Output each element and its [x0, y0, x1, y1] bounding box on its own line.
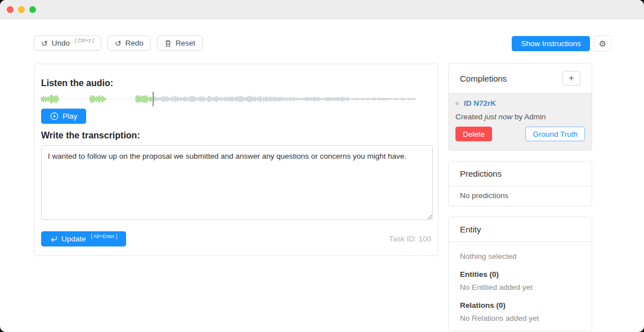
- completion-actions: Delete Ground Truth: [455, 127, 585, 141]
- predictions-header: Predictions: [449, 161, 592, 186]
- audio-heading: Listen the audio:: [41, 78, 431, 88]
- undo-label: Undo: [52, 39, 70, 47]
- toolbar-history-group: ↺ Undo[ Ctrl+z ] ↺ Redo Reset: [34, 35, 203, 51]
- waveform-bars: [41, 92, 416, 106]
- task-id-value: 100: [418, 235, 431, 243]
- audio-waveform[interactable]: [41, 92, 416, 106]
- play-button[interactable]: Play: [41, 109, 86, 124]
- predictions-title: Predictions: [460, 169, 502, 178]
- play-label: Play: [62, 113, 77, 120]
- undo-icon: ↺: [41, 39, 48, 47]
- play-circle-icon: [50, 112, 59, 120]
- redo-label: Redo: [126, 39, 144, 47]
- app-window: ↺ Undo[ Ctrl+z ] ↺ Redo Reset Show Instr…: [0, 0, 644, 332]
- update-button[interactable]: Update[ Alt+Enter ]: [41, 231, 126, 246]
- zoom-window-button[interactable]: [29, 6, 36, 13]
- reset-button[interactable]: Reset: [157, 35, 203, 51]
- update-label: Update: [61, 235, 86, 243]
- toolbar-settings-group: Show Instructions ⚙: [512, 35, 611, 52]
- entity-nothing-selected: Nothing selected: [460, 252, 580, 261]
- task-id: Task ID: 100: [389, 235, 431, 243]
- completions-title: Completions: [460, 74, 507, 83]
- toolbar: ↺ Undo[ Ctrl+z ] ↺ Redo Reset Show Instr…: [34, 35, 611, 52]
- entity-header: Entity: [449, 217, 592, 242]
- update-hotkey: [ Alt+Enter ]: [91, 234, 118, 239]
- trash-icon: [164, 39, 172, 47]
- transcription-textarea[interactable]: I wanted to follow up on the proposal we…: [41, 145, 433, 220]
- completions-header: Completions +: [449, 64, 592, 93]
- predictions-body: No predictions: [449, 186, 592, 206]
- entities-count-heading: Entities (0): [460, 270, 580, 279]
- sidebar: Completions + ID N72rK Created just now …: [448, 63, 592, 332]
- redo-button[interactable]: ↺ Redo: [108, 35, 151, 51]
- enter-arrow-icon: [50, 235, 57, 243]
- delete-completion-button[interactable]: Delete: [455, 127, 492, 141]
- show-instructions-label: Show Instructions: [521, 40, 581, 48]
- reset-label: Reset: [176, 39, 195, 47]
- completions-panel: Completions + ID N72rK Created just now …: [448, 63, 592, 151]
- titlebar: [0, 0, 644, 19]
- gear-icon: ⚙: [599, 39, 606, 49]
- minimize-window-button[interactable]: [18, 6, 25, 13]
- close-window-button[interactable]: [7, 6, 14, 13]
- entity-body: Nothing selected Entities (0) No Entitie…: [449, 242, 592, 331]
- entity-panel: Entity Nothing selected Entities (0) No …: [448, 217, 592, 331]
- completion-id-row: ID N72rK: [455, 99, 585, 107]
- redo-icon: ↺: [115, 39, 122, 47]
- predictions-panel: Predictions No predictions: [448, 161, 592, 207]
- task-card: Listen the audio: Play Write the transcr…: [34, 64, 439, 256]
- completion-id-link[interactable]: ID N72rK: [464, 99, 496, 107]
- task-id-label: Task ID:: [389, 235, 417, 243]
- completion-created-text: Created just now by Admin: [455, 113, 585, 121]
- show-instructions-button[interactable]: Show Instructions: [512, 36, 590, 51]
- transcription-heading: Write the transcription:: [41, 131, 431, 141]
- entities-empty-text: No Entitied added yet: [460, 282, 580, 292]
- task-card-footer: Update[ Alt+Enter ] Task ID: 100: [41, 231, 431, 246]
- settings-button[interactable]: ⚙: [594, 35, 611, 52]
- predictions-empty-text: No predictions: [460, 191, 508, 200]
- waveform-cursor: [153, 92, 154, 106]
- completion-bullet-icon: [455, 102, 459, 105]
- undo-button[interactable]: ↺ Undo[ Ctrl+z ]: [34, 35, 101, 51]
- relations-count-heading: Relations (0): [460, 300, 580, 310]
- completion-created-time: just now: [485, 113, 513, 121]
- entity-title: Entity: [460, 225, 481, 234]
- ground-truth-button[interactable]: Ground Truth: [525, 127, 585, 141]
- add-completion-button[interactable]: +: [562, 71, 580, 86]
- relations-empty-text: No Relations added yet: [460, 313, 580, 323]
- undo-hotkey: [ Ctrl+z ]: [75, 38, 94, 43]
- completion-item[interactable]: ID N72rK Created just now by Admin Delet…: [449, 93, 592, 150]
